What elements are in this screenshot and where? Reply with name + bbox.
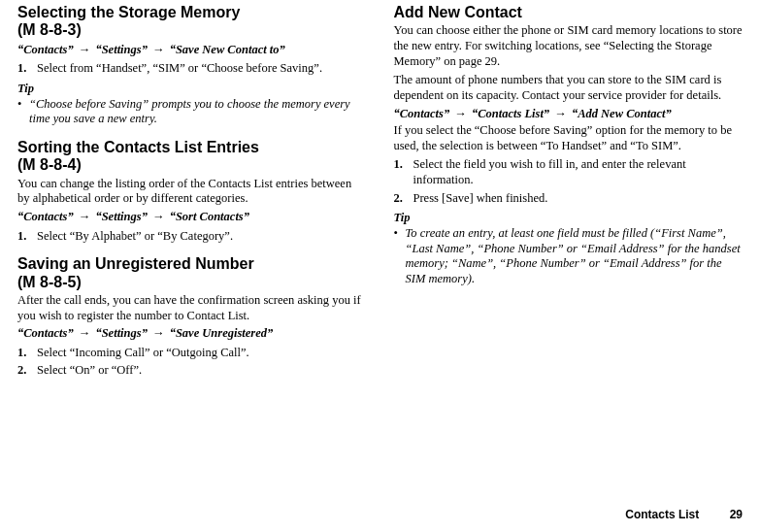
step-text: Select “On” or “Off”. [37,363,367,379]
breadcrumb: “Contacts” → “Contacts List” → “Add New … [394,107,743,122]
body-text: The amount of phone numbers that you can… [394,73,743,103]
step-number: 1. [17,61,37,77]
section-add-new-contact: Add New Contact You can choose either th… [394,4,743,286]
steps-list: 1. Select the field you wish to fill in,… [394,157,743,206]
heading-add-new-contact: Add New Contact [394,4,743,21]
steps-list: 1. Select from “Handset”, “SIM” or “Choo… [17,61,367,77]
step-text: Select “Incoming Call” or “Outgoing Call… [37,346,367,361]
tip-body: • “Choose before Saving” prompts you to … [17,97,367,127]
left-column: Selecting the Storage Memory (M 8-8-3) “… [17,4,367,379]
bullet-icon: • [17,97,29,127]
tip-text: To create an entry, at least one field m… [406,226,743,287]
arrow-icon: → [77,210,93,223]
arrow-icon: → [150,210,167,223]
breadcrumb: “Contacts” → “Settings” → “Sort Contacts… [17,210,367,225]
page-footer: Contacts List 29 [625,508,743,522]
arrow-icon: → [150,326,167,340]
steps-list: 1. Select “Incoming Call” or “Outgoing C… [17,346,367,379]
step-number: 1. [17,346,37,361]
crumb-settings: “Settings” [95,326,148,340]
arrow-icon: → [452,107,469,120]
step-number: 1. [394,157,413,187]
step-text: Select the field you wish to fill in, an… [413,157,743,187]
crumb-settings: “Settings” [95,210,148,223]
body-text: If you select the “Choose before Saving”… [394,123,743,153]
arrow-icon: → [150,43,167,56]
step-text: Select from “Handset”, “SIM” or “Choose … [37,61,367,77]
heading-storage-memory: Selecting the Storage Memory [17,4,367,21]
step-item: 1. Select “By Alphabet” or “By Category”… [17,229,367,245]
section-storage-memory: Selecting the Storage Memory (M 8-8-3) “… [17,4,367,127]
footer-page-number: 29 [730,508,743,521]
section-saving-unregistered: Saving an Unregistered Number (M 8-8-5) … [17,255,367,379]
body-text: After the call ends, you can have the co… [17,293,367,323]
step-number: 2. [17,363,37,379]
step-item: 2. Press [Save] when finished. [394,191,743,207]
crumb-contacts-list: “Contacts List” [472,107,549,120]
breadcrumb: “Contacts” → “Settings” → “Save Unregist… [17,326,367,342]
bullet-icon: • [394,226,406,287]
step-item: 2. Select “On” or “Off”. [17,363,367,379]
crumb-sort-contacts: “Sort Contacts” [170,210,249,223]
crumb-save-new-contact: “Save New Contact to” [170,43,285,56]
body-text: You can change the listing order of the … [17,177,367,207]
mref-sorting-contacts: (M 8-8-4) [17,156,367,174]
step-item: 1. Select the field you wish to fill in,… [394,157,743,187]
tip-text: “Choose before Saving” prompts you to ch… [29,97,367,127]
crumb-contacts: “Contacts” [394,107,450,120]
footer-section: Contacts List [625,508,699,521]
arrow-icon: → [552,107,569,120]
tip-body: • To create an entry, at least one field… [394,226,743,287]
step-text: Press [Save] when finished. [413,191,743,207]
step-text: Select “By Alphabet” or “By Category”. [37,229,367,245]
step-number: 2. [394,191,413,207]
arrow-icon: → [77,43,93,56]
crumb-settings: “Settings” [95,43,148,56]
mref-saving-unregistered: (M 8-8-5) [17,274,367,291]
arrow-icon: → [77,326,93,340]
right-column: Add New Contact You can choose either th… [394,4,743,379]
heading-saving-unregistered: Saving an Unregistered Number [17,255,367,273]
section-sorting-contacts: Sorting the Contacts List Entries (M 8-8… [17,139,367,244]
body-text: You can choose either the phone or SIM c… [394,23,743,69]
breadcrumb: “Contacts” → “Settings” → “Save New Cont… [17,43,367,58]
heading-sorting-contacts: Sorting the Contacts List Entries [17,139,367,156]
step-number: 1. [17,229,37,245]
crumb-contacts: “Contacts” [17,210,74,223]
tip-label: Tip [394,211,743,226]
steps-list: 1. Select “By Alphabet” or “By Category”… [17,229,367,245]
crumb-contacts: “Contacts” [17,43,74,56]
step-item: 1. Select from “Handset”, “SIM” or “Choo… [17,61,367,77]
step-item: 1. Select “Incoming Call” or “Outgoing C… [17,346,367,361]
crumb-contacts: “Contacts” [17,326,74,340]
crumb-add-new-contact: “Add New Contact” [572,107,672,120]
tip-label: Tip [17,82,367,97]
crumb-save-unregistered: “Save Unregistered” [170,326,274,340]
mref-storage-memory: (M 8-8-3) [17,21,367,39]
